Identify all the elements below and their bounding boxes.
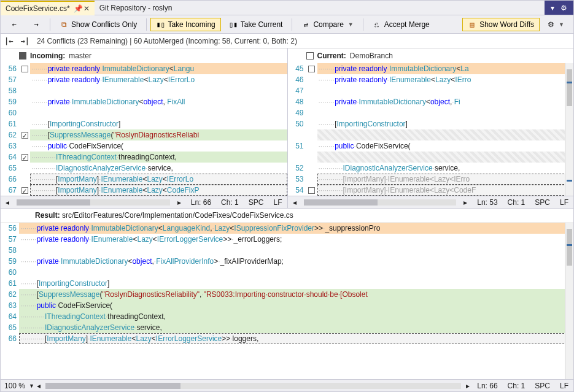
first-conflict-icon[interactable]: |← <box>4 37 13 45</box>
code-line[interactable] <box>317 129 574 140</box>
code-line[interactable]: ········private·readonly·ImmutableDictio… <box>317 63 574 74</box>
arrow-left-icon: ← <box>10 20 18 29</box>
line-checkbox[interactable] <box>21 66 28 72</box>
btn-label: Take Current <box>241 20 283 29</box>
eol-indicator: LF <box>268 198 287 207</box>
line-number: 67 <box>1 185 19 196</box>
current-status: ◂ ▸ Ln: 53 Ch: 1 SPC LF <box>288 196 574 208</box>
tab-codefixservice[interactable]: CodeFixService.cs* 📌 ✕ <box>1 1 95 15</box>
line-checkbox[interactable] <box>21 132 28 139</box>
code-line[interactable] <box>19 245 573 256</box>
col-indicator: Ch: 1 <box>503 382 530 390</box>
code-line[interactable]: ············[ImportMany]·IEnumerable<Laz… <box>317 185 574 196</box>
line-number: 61 <box>1 278 19 289</box>
code-line[interactable]: ········[SuppressMessage("RoslynDiagnost… <box>19 289 573 300</box>
code-line[interactable]: ········[SuppressMessage("RoslynDiagnost… <box>30 129 287 140</box>
chevron-down-icon[interactable]: ▾ <box>551 4 554 12</box>
code-line[interactable]: ········[ImportingConstructor] <box>30 118 287 129</box>
line-number: 60 <box>1 107 19 118</box>
accept-merge-button[interactable]: ⎌Accept Merge <box>367 18 435 31</box>
compare-button[interactable]: ⇄Compare▼ <box>296 18 359 31</box>
h-scrollbar[interactable] <box>45 383 461 389</box>
h-scrollbar[interactable] <box>17 199 170 206</box>
line-checkbox-gutter <box>19 118 30 129</box>
code-line[interactable] <box>317 107 574 118</box>
current-code[interactable]: 45········private·readonly·ImmutableDict… <box>288 63 574 196</box>
code-line[interactable]: ········private·readonly·IEnumerable<Laz… <box>30 74 287 85</box>
show-word-diffs-button[interactable]: ▤Show Word Diffs <box>462 18 540 31</box>
gear-icon[interactable]: ⚙ <box>560 4 567 12</box>
forward-button[interactable]: → <box>26 18 46 31</box>
code-line[interactable]: ············[ImportMany]·IEnumerable<Laz… <box>30 185 287 196</box>
code-line[interactable]: ········private·readonly·ImmutableDictio… <box>30 63 287 74</box>
incoming-status: ◂ ▸ Ln: 66 Ch: 1 SPC LF <box>1 196 287 208</box>
code-line[interactable]: ············[ImportMany]·IEnumerable<Laz… <box>19 333 573 344</box>
h-scrollbar[interactable] <box>304 199 457 206</box>
code-line[interactable]: ········public·CodeFixService( <box>30 140 287 152</box>
select-all-current-checkbox[interactable] <box>306 52 314 60</box>
code-line[interactable]: ········private·readonly·IEnumerable<Laz… <box>317 74 574 85</box>
result-code[interactable]: 56········private·readonly·ImmutableDict… <box>1 223 573 379</box>
code-line[interactable]: ········public·CodeFixService( <box>19 300 573 311</box>
incoming-code[interactable]: 56········private·readonly·ImmutableDict… <box>1 63 287 196</box>
current-branch: DemoBranch <box>350 52 393 60</box>
tab-gitrepo[interactable]: Git Repository - roslyn <box>95 1 177 15</box>
arrow-right-icon[interactable]: ▸ <box>459 198 472 207</box>
incoming-pane: Incoming: master 56········private·reado… <box>1 48 287 208</box>
merge-toolbar: ← → ⧉Show Conflicts Only ▮▯Take Incoming… <box>1 15 573 34</box>
v-scrollbar[interactable] <box>565 63 573 196</box>
zoom-level[interactable]: 100 % <box>1 382 29 390</box>
code-line[interactable]: ········[ImportingConstructor] <box>317 118 574 129</box>
show-conflicts-button[interactable]: ⧉Show Conflicts Only <box>54 18 142 31</box>
code-line[interactable]: ············[ImportMany]·IEnumerable<Laz… <box>317 174 574 185</box>
arrow-left-icon[interactable]: ◂ <box>34 382 43 390</box>
close-icon[interactable]: ✕ <box>83 4 90 13</box>
line-number: 66 <box>1 174 19 185</box>
line-number: 57 <box>1 74 19 85</box>
code-line[interactable]: ········public·CodeFixService( <box>317 140 574 152</box>
take-current-button[interactable]: ▯▮Take Current <box>223 18 289 31</box>
line-number: 65 <box>1 163 19 174</box>
code-line[interactable]: ············IThreadingContext·threadingC… <box>30 152 287 163</box>
last-conflict-icon[interactable]: →| <box>20 37 29 45</box>
code-line[interactable] <box>30 85 287 96</box>
code-line[interactable] <box>19 267 573 278</box>
settings-button[interactable]: ⚙▼ <box>542 18 570 31</box>
chevron-down-icon[interactable]: ▼ <box>29 383 34 389</box>
arrow-right-icon[interactable]: ▸ <box>463 382 472 390</box>
line-checkbox-gutter <box>19 185 30 196</box>
code-line[interactable]: ············IThreadingContext·threadingC… <box>19 311 573 322</box>
incoming-header: Incoming: master <box>1 48 287 63</box>
code-line[interactable]: ············IDiagnosticAnalyzerService·s… <box>30 163 287 174</box>
code-line[interactable]: ············IDiagnosticAnalyzerService·s… <box>317 163 574 174</box>
code-line[interactable]: ········private·ImmutableDictionary<obje… <box>30 96 287 107</box>
select-all-incoming-checkbox[interactable] <box>19 52 26 60</box>
code-line[interactable] <box>30 107 287 118</box>
line-checkbox[interactable] <box>308 66 315 72</box>
line-checkbox[interactable] <box>21 187 28 194</box>
line-checkbox[interactable] <box>21 154 28 161</box>
back-button[interactable]: ← <box>4 18 24 31</box>
line-number: 52 <box>288 163 306 174</box>
code-line[interactable] <box>317 85 574 96</box>
line-number <box>288 152 306 163</box>
code-line[interactable]: ············[ImportMany]·IEnumerable<Laz… <box>30 174 287 185</box>
compare-icon: ⇄ <box>301 20 310 29</box>
v-scrollbar[interactable] <box>565 223 573 379</box>
arrow-left-icon[interactable]: ◂ <box>1 198 14 207</box>
arrow-right-icon[interactable]: ▸ <box>173 198 186 207</box>
code-line[interactable]: ········private·readonly·ImmutableDictio… <box>19 223 573 234</box>
code-line[interactable]: ············IDiagnosticAnalyzerService·s… <box>19 322 573 333</box>
code-line[interactable] <box>317 152 574 163</box>
line-checkbox[interactable] <box>308 187 315 194</box>
code-line[interactable]: ········[ImportingConstructor] <box>19 278 573 289</box>
code-line[interactable]: ········private·ImmutableDictionary<obje… <box>19 256 573 267</box>
code-line[interactable]: ········private·readonly·IEnumerable<Laz… <box>19 234 573 245</box>
code-line[interactable]: ········private·ImmutableDictionary<obje… <box>317 96 574 107</box>
take-incoming-button[interactable]: ▮▯Take Incoming <box>150 18 220 31</box>
line-number: 58 <box>1 245 19 256</box>
pin-icon[interactable]: 📌 <box>74 4 80 13</box>
line-number: 63 <box>1 300 19 311</box>
arrow-left-icon[interactable]: ◂ <box>288 198 301 207</box>
arrow-right-icon: → <box>32 20 41 29</box>
